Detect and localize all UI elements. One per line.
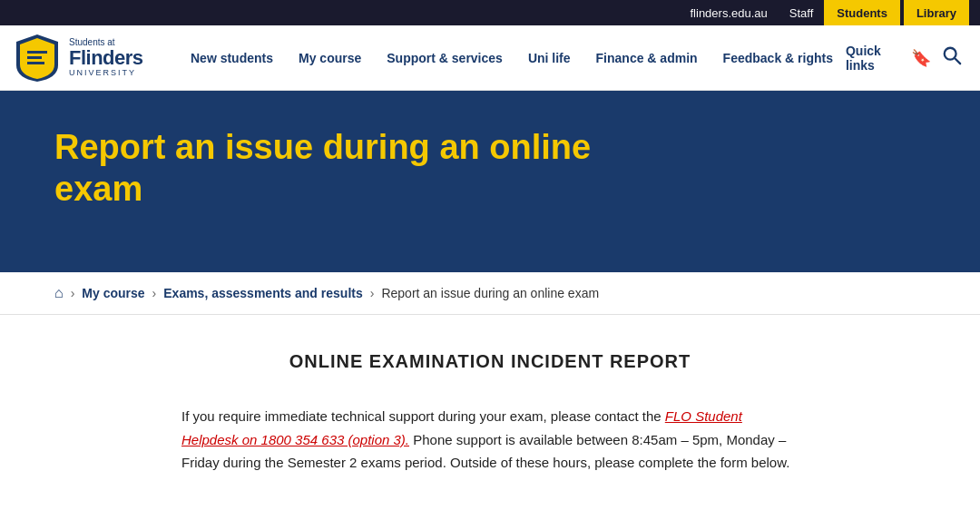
flinders-logo-shield — [15, 33, 60, 83]
breadcrumb: ⌂ › My course › Exams, assessments and r… — [0, 272, 980, 315]
bookmark-icon: 🔖 — [911, 48, 931, 68]
hero-banner: Report an issue during an online exam — [0, 91, 980, 272]
svg-rect-1 — [27, 56, 42, 59]
breadcrumb-my-course[interactable]: My course — [82, 286, 144, 300]
top-bar: flinders.edu.au Staff Students Library — [0, 0, 980, 25]
content-heading: ONLINE EXAMINATION INCIDENT REPORT — [54, 351, 926, 372]
nav-uni-life[interactable]: Uni life — [515, 25, 583, 91]
logo-text: Students at Flinders University — [69, 37, 143, 78]
university-label: University — [69, 69, 143, 78]
flinders-label: Flinders — [69, 47, 143, 69]
content-body: If you require immediate technical suppo… — [181, 405, 799, 475]
nav-new-students[interactable]: New students — [178, 25, 286, 91]
logo-area[interactable]: Students at Flinders University — [15, 33, 160, 83]
content-area: ONLINE EXAMINATION INCIDENT REPORT If yo… — [0, 315, 980, 511]
staff-link[interactable]: Staff — [779, 0, 825, 25]
nav-my-course[interactable]: My course — [286, 25, 374, 91]
students-active-tab[interactable]: Students — [824, 0, 900, 25]
breadcrumb-sep-3: › — [370, 286, 375, 300]
svg-rect-2 — [27, 62, 44, 64]
quick-links-label: Quick links — [846, 44, 907, 73]
search-icon — [942, 45, 962, 65]
breadcrumb-sep-2: › — [152, 286, 157, 300]
breadcrumb-sep-1: › — [71, 286, 75, 300]
main-navbar: Students at Flinders University New stud… — [0, 25, 980, 91]
flinders-url-link[interactable]: flinders.edu.au — [680, 0, 779, 25]
nav-feedback-rights[interactable]: Feedback & rights — [710, 25, 846, 91]
quick-links-button[interactable]: Quick links 🔖 — [846, 44, 931, 73]
home-icon[interactable]: ⌂ — [54, 285, 64, 301]
breadcrumb-exams[interactable]: Exams, assessments and results — [163, 286, 362, 300]
library-link[interactable]: Library — [904, 0, 969, 25]
svg-line-4 — [955, 58, 960, 64]
page-title: Report an issue during an online exam — [54, 127, 599, 210]
nav-support-services[interactable]: Support & services — [374, 25, 515, 91]
search-button[interactable] — [938, 42, 965, 74]
nav-links: New students My course Support & service… — [178, 25, 846, 91]
content-before-link: If you require immediate technical suppo… — [181, 408, 662, 424]
nav-right: Quick links 🔖 — [846, 42, 965, 74]
breadcrumb-current: Report an issue during an online exam — [381, 286, 599, 300]
svg-rect-0 — [27, 51, 47, 54]
nav-finance-admin[interactable]: Finance & admin — [583, 25, 710, 91]
